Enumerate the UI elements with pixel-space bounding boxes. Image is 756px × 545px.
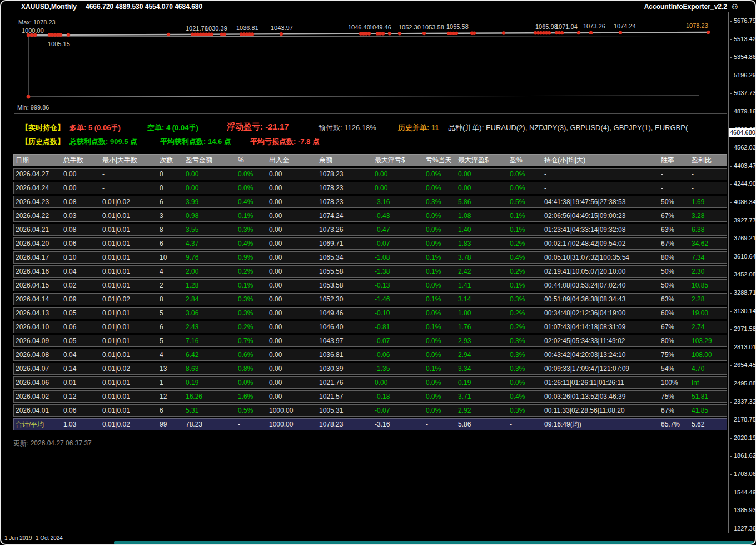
table-cell: 67%	[659, 238, 690, 249]
table-cell: 0.06	[62, 321, 101, 333]
table-cell: 0.00	[267, 238, 317, 249]
table-cell: 0.01|0.02	[101, 294, 158, 305]
table-cell: 41.85	[690, 405, 727, 416]
table-cell: 1005.31	[317, 405, 373, 416]
price-tick: 2971.580	[730, 325, 756, 332]
chart-point-label: 1052.30	[399, 24, 421, 31]
table-cell: 0.01|0.01	[101, 266, 158, 277]
price-tick: 4403.470	[730, 162, 756, 169]
chart-point-label: 1053.58	[422, 24, 444, 31]
table-cell: 0.3%	[236, 224, 267, 235]
table-cell: 00:51:09|04:36:38|08:34:43	[543, 294, 659, 305]
table-cell: 0.00	[456, 182, 508, 194]
table-cell: 1052.30	[317, 294, 373, 305]
table-cell: 0.1%	[508, 210, 543, 221]
table-row: 2026.04.220.030.01|0.0130.980.1%0.001074…	[13, 210, 727, 222]
table-cell: 0.4%	[508, 391, 543, 402]
chart-point-label: 1049.46	[369, 24, 391, 31]
table-cell: 0.00	[267, 321, 317, 333]
time-axis-label: 1 Jun 2019	[4, 535, 32, 541]
chart-point-label: 1000.00	[22, 27, 44, 34]
table-cell: 0.0%	[236, 377, 267, 388]
table-cell: 8	[158, 224, 184, 235]
table-cell: 4	[158, 349, 184, 360]
total-cell: -3.16	[373, 419, 424, 430]
table-cell: 6	[158, 405, 184, 416]
total-cell: 99	[158, 419, 184, 430]
table-cell: 1.83	[456, 238, 508, 249]
table-cell: -	[101, 169, 158, 180]
time-axis-label: 1 Oct 2024	[36, 535, 63, 541]
table-cell: -1.35	[373, 363, 424, 374]
table-cell: 0.01|0.01	[101, 405, 158, 416]
table-cell: 0.0%	[424, 349, 456, 360]
table-cell: 1073.26	[317, 224, 373, 235]
table-row: 2026.04.060.010.01|0.0110.190.0%0.001021…	[13, 376, 727, 389]
table-cell: 6	[158, 238, 184, 249]
table-cell: 0.1%	[424, 321, 456, 333]
table-cell: 0.00	[267, 182, 317, 194]
table-cell: 6	[158, 321, 184, 333]
table-cell: 0.12	[62, 391, 101, 402]
table-cell: 0.00	[373, 169, 424, 180]
table-cell: 0.00	[267, 169, 317, 180]
table-cell: 0.3%	[508, 363, 543, 374]
table-cell: 3.34	[456, 363, 508, 374]
table-cell: 2.30	[690, 266, 727, 277]
table-cell: 0.1%	[424, 363, 456, 374]
table-cell: 0.1%	[508, 224, 543, 235]
chart-point-label: 1071.04	[555, 23, 578, 30]
equity-chart-panel: Max: 1078.231000.001005.151021.761030.39…	[14, 16, 727, 114]
price-tick: 2813.015	[730, 344, 756, 350]
table-cell: 2026.04.15	[14, 280, 62, 291]
header-cell: 余额	[317, 155, 373, 166]
table-cell: 0.10	[62, 252, 101, 263]
table-cell: 0.5%	[508, 196, 543, 207]
table-cell: 5.86	[456, 196, 508, 207]
table-cell: 5	[158, 308, 184, 319]
total-cell: 1.03	[62, 419, 101, 430]
stats-table: 日期总手数最小|大手数次数盈亏金额%出入金余额最大浮亏$亏%当天最大浮盈$盈%持…	[13, 154, 727, 432]
table-cell: 01:23:41|04:33:14|09:32:08	[543, 224, 659, 235]
table-cell: 00:03:26|01:13:52|03:46:39	[543, 391, 659, 402]
header-cell: 次数	[158, 155, 184, 166]
avg-loss-points: 平均亏损点数: -7.8 点	[250, 137, 320, 147]
trade-dot	[381, 32, 385, 35]
table-cell: 6.38	[690, 224, 727, 235]
table-cell: 0.08	[62, 196, 101, 207]
table-cell: 50%	[659, 280, 690, 291]
table-cell: 0.1%	[424, 252, 456, 263]
table-cell: 9.76	[184, 252, 236, 263]
table-cell: 0.4%	[236, 196, 267, 207]
table-cell: 0.3%	[424, 196, 456, 207]
table-cell: 0.00	[184, 169, 236, 180]
table-row: 2026.04.230.080.01|0.0263.990.4%0.001078…	[13, 196, 727, 208]
table-cell: 0.00	[267, 224, 317, 235]
trade-dot	[619, 31, 622, 34]
price-tick: 1385.930	[730, 507, 756, 513]
total-cell: -	[236, 419, 267, 430]
table-cell: -	[543, 182, 659, 194]
table-cell: 2026.04.06	[14, 377, 62, 388]
table-cell: 3	[158, 210, 184, 221]
table-cell: 2026.04.09	[14, 335, 62, 346]
table-cell: 0.3%	[236, 294, 267, 305]
table-cell: 0.01|0.01	[101, 210, 158, 221]
h-scrollbar[interactable]	[114, 541, 754, 544]
header-cell: 总手数	[62, 155, 101, 166]
total-cell: 09:16:49(均)	[543, 419, 659, 430]
table-cell: 2.94	[456, 349, 508, 360]
table-cell: 0.00	[267, 210, 317, 221]
chart-point-label: 1078.23	[686, 22, 708, 29]
table-row: 2026.04.010.060.01|0.0165.310.5%1000.001…	[13, 404, 727, 417]
table-row: 2026.04.160.040.01|0.0142.000.2%0.001055…	[13, 265, 727, 278]
table-cell: -1.08	[373, 252, 424, 263]
table-cell: 2026.04.08	[14, 349, 62, 360]
price-tick: 2178.755	[730, 416, 756, 423]
table-cell: 12	[158, 391, 184, 402]
trade-dot	[167, 33, 170, 36]
trade-dot	[548, 31, 551, 34]
table-cell: 0.00	[267, 308, 317, 319]
trade-dot	[455, 32, 458, 35]
header-cell: 最大浮亏$	[373, 155, 424, 166]
